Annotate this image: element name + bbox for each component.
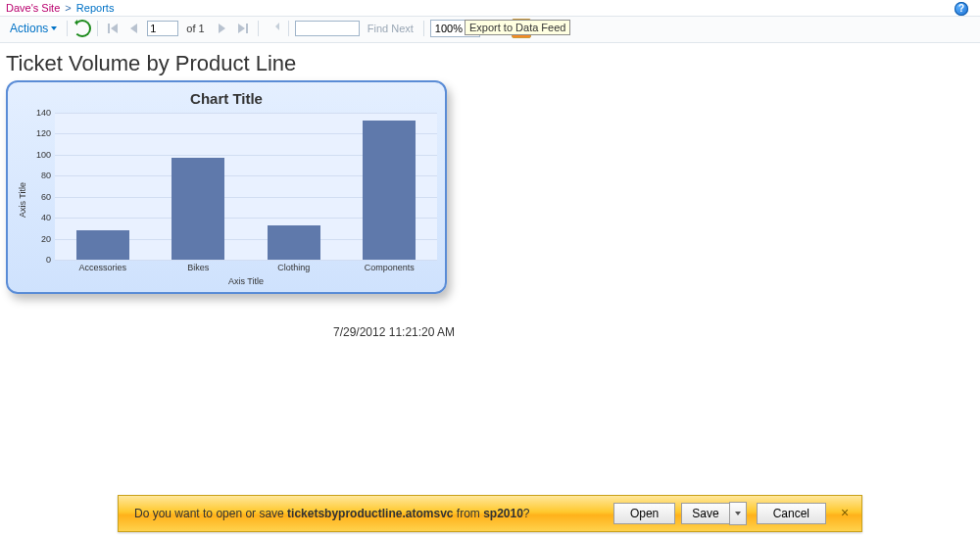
chart-plot-area [55, 113, 437, 260]
save-dropdown-button[interactable] [729, 502, 747, 525]
prev-page-icon [129, 24, 139, 33]
close-button[interactable]: × [836, 505, 854, 522]
chart-bar [268, 225, 320, 260]
y-axis-labels: 020406080100120140 [29, 113, 55, 260]
first-page-button[interactable] [104, 20, 122, 37]
x-axis-title: Axis Title [55, 272, 437, 288]
help-icon[interactable]: ? [955, 2, 968, 16]
y-tick-label: 140 [36, 108, 51, 118]
divider [258, 21, 259, 36]
page-input[interactable] [147, 21, 178, 36]
report-toolbar: Actions of 1 Find Next [0, 16, 980, 43]
chevron-down-icon [51, 26, 57, 30]
save-button[interactable]: Save [681, 503, 728, 524]
report-title: Ticket Volume by Product Line [0, 43, 980, 80]
actions-label: Actions [10, 22, 48, 35]
actions-menu[interactable]: Actions [6, 22, 61, 35]
divider [97, 21, 98, 36]
breadcrumb-site[interactable]: Dave's Site [6, 2, 60, 14]
download-notification-bar: Do you want to open or save ticketsbypro… [118, 495, 862, 532]
page-of-label: of 1 [182, 23, 208, 34]
back-icon [268, 23, 279, 34]
svg-marker-4 [238, 24, 245, 33]
y-tick-label: 80 [41, 171, 51, 180]
last-page-button[interactable] [234, 20, 252, 37]
chart-title: Chart Title [16, 88, 437, 113]
svg-marker-3 [219, 24, 225, 33]
chart-bar [76, 230, 129, 260]
cancel-button[interactable]: Cancel [757, 503, 826, 524]
find-input[interactable] [295, 21, 360, 36]
y-tick-label: 100 [36, 150, 51, 160]
export-data-feed-tooltip: Export to Data Feed [465, 20, 570, 35]
breadcrumb-page[interactable]: Reports [76, 2, 115, 14]
breadcrumb-sep: > [63, 2, 73, 14]
y-tick-label: 0 [46, 255, 51, 265]
x-axis-labels: AccessoriesBikesClothingComponents [55, 260, 437, 272]
divider [423, 21, 424, 36]
chevron-down-icon [735, 512, 741, 515]
x-tick-label: Clothing [246, 260, 342, 272]
divider [288, 21, 289, 36]
x-tick-label: Accessories [55, 260, 151, 272]
download-message: Do you want to open or save ticketsbypro… [134, 507, 608, 520]
svg-marker-2 [130, 24, 137, 33]
y-axis-title: Axis Title [16, 182, 29, 218]
svg-rect-0 [108, 24, 110, 33]
x-tick-label: Bikes [151, 260, 247, 272]
svg-marker-1 [111, 24, 118, 33]
divider [67, 21, 68, 36]
download-host: sp2010 [483, 507, 523, 520]
report-timestamp: 7/29/2012 11:21:20 AM [333, 325, 455, 339]
refresh-icon [74, 20, 91, 37]
back-to-parent-button[interactable] [265, 20, 282, 37]
find-next-button[interactable]: Find Next [364, 23, 417, 34]
chart-bar [172, 158, 224, 260]
download-filename: ticketsbyproductline.atomsvc [287, 507, 453, 520]
next-page-button[interactable] [213, 20, 230, 37]
y-tick-label: 120 [36, 128, 51, 138]
chart-card: Chart Title Axis Title 02040608010012014… [6, 80, 447, 294]
last-page-icon [238, 24, 248, 33]
chart-bar [363, 121, 416, 261]
x-tick-label: Components [342, 260, 438, 272]
refresh-button[interactable] [74, 20, 91, 37]
y-tick-label: 20 [41, 234, 51, 244]
breadcrumb: Dave's Site > Reports [0, 0, 980, 16]
y-tick-label: 40 [41, 213, 51, 222]
open-button[interactable]: Open [613, 503, 675, 524]
svg-rect-5 [246, 24, 248, 33]
y-tick-label: 60 [41, 192, 51, 202]
first-page-icon [108, 24, 118, 33]
prev-page-button[interactable] [125, 20, 143, 37]
next-page-icon [217, 24, 226, 33]
